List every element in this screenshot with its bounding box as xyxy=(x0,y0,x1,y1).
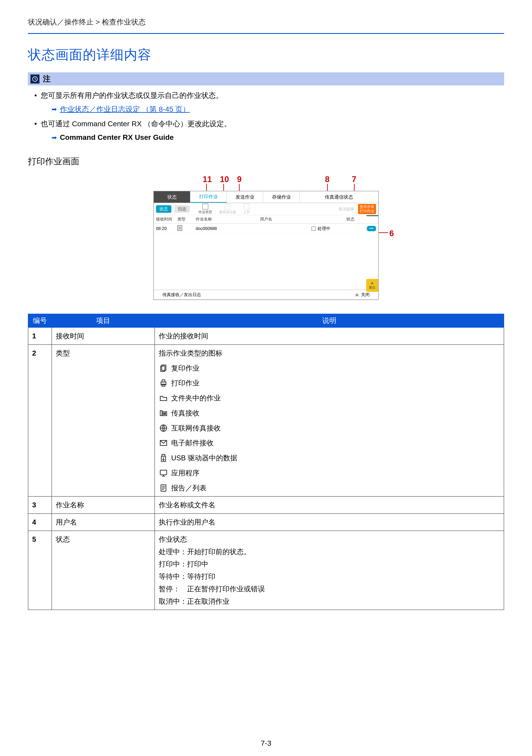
col-status: 状态 xyxy=(312,216,376,222)
cell-item: 类型 xyxy=(52,345,155,497)
cell-item: 状态 xyxy=(52,531,155,610)
job-type-button[interactable]: 作业类型 xyxy=(198,203,212,214)
note-bullet-2: 也可通过 Command Center RX （命令中心）更改此设定。 ➡ Co… xyxy=(34,118,504,144)
page-number: 7-3 xyxy=(0,739,532,747)
high-prio-label: 最高优先级 xyxy=(219,210,236,214)
th-desc: 说明 xyxy=(155,314,504,327)
svg-rect-8 xyxy=(160,411,162,416)
cell-desc: 指示作业类型的图标 复印作业 打印作业 文件夹中的作业 传真接收 互联网传真接收… xyxy=(155,345,504,497)
note-bullet-1-text: 您可显示所有用户的作业状态或仅显示自己的作业状态。 xyxy=(41,91,223,99)
cancel-select-button[interactable]: 取消选择 xyxy=(339,206,354,212)
copy-job-icon xyxy=(159,364,168,373)
cell-num: 4 xyxy=(28,514,52,531)
svg-point-12 xyxy=(164,414,164,415)
close-button[interactable]: 关闭 xyxy=(355,292,369,298)
reset-label: 复位 xyxy=(369,285,375,290)
tab-send-jobs[interactable]: 发送作业 xyxy=(227,191,263,203)
col-receive-time: 接收时间 xyxy=(156,216,177,222)
callout-11: 11 xyxy=(203,175,212,184)
cell-item: 作业名称 xyxy=(52,497,155,514)
tab-store-jobs[interactable]: 存储作业 xyxy=(263,191,300,203)
callout-10: 10 xyxy=(220,175,229,184)
table-row: 4 用户名 执行作业的用户名 xyxy=(28,514,504,531)
callout-6: 6 xyxy=(389,229,394,238)
tab-print-jobs[interactable]: 打印作业 xyxy=(190,191,227,203)
cell-desc: 作业的接收时间 xyxy=(155,327,504,345)
note-bullet-1: 您可显示所有用户的作业状态或仅显示自己的作业状态。 ➡ 作业状态／作业日志设定 … xyxy=(34,89,504,116)
note-box: 注 您可显示所有用户的作业状态或仅显示自己的作业状态。 ➡ 作业状态／作业日志设… xyxy=(28,72,504,144)
report-list-icon xyxy=(159,483,168,493)
callout-7: 7 xyxy=(352,175,356,184)
th-item: 项目 xyxy=(52,314,155,327)
screenshot-wrap: 11 10 9 8 7 1 2 3 4 5 6 状态 打印作业 发送作业 存储作… xyxy=(153,175,379,284)
cell-num: 1 xyxy=(28,327,52,345)
status-chip[interactable]: 状态 xyxy=(156,205,171,213)
note-header: 注 xyxy=(28,72,504,86)
cell-num: 5 xyxy=(28,531,52,610)
cell-desc: 执行作业的用户名 xyxy=(155,514,504,531)
reset-button[interactable]: 复位 xyxy=(366,279,378,292)
section-title: 打印作业画面 xyxy=(28,155,504,167)
usb-data-icon xyxy=(159,453,168,463)
note-label: 注 xyxy=(43,74,51,84)
tab-fax-status[interactable]: 传真通信状态 xyxy=(300,191,378,203)
status-line: 打印中：打印中 xyxy=(159,558,500,570)
icon-label: USB 驱动器中的数据 xyxy=(171,452,237,464)
folder-job-icon xyxy=(159,393,168,403)
svg-rect-9 xyxy=(163,412,167,416)
icon-label: 打印作业 xyxy=(171,377,199,389)
icon-label: 电子邮件接收 xyxy=(171,437,214,449)
cell-num: 3 xyxy=(28,497,52,514)
link-cc-rx-guide[interactable]: Command Center RX User Guide xyxy=(60,131,174,144)
more-button[interactable]: ••• xyxy=(367,226,376,231)
table-row: 1 接收时间 作业的接收时间 xyxy=(28,327,504,345)
cell-num: 2 xyxy=(28,345,52,497)
arrow-icon: ➡ xyxy=(51,104,57,115)
email-receive-icon xyxy=(159,438,168,448)
print-job-icon xyxy=(159,378,168,388)
svg-rect-19 xyxy=(160,470,167,475)
svg-point-11 xyxy=(165,413,165,413)
panel-top-tabs: 状态 打印作业 发送作业 存储作业 传真通信状态 xyxy=(154,191,378,203)
icon-label: 复印作业 xyxy=(171,362,199,374)
checkbox-icon[interactable] xyxy=(312,227,316,231)
cell-item: 用户名 xyxy=(52,514,155,531)
cell-status: 处理中 xyxy=(317,226,330,231)
cell-time: 08:20 xyxy=(156,226,177,231)
divider xyxy=(28,33,504,34)
svg-rect-6 xyxy=(162,380,165,382)
note-bullet-2-text: 也可通过 Command Center RX （命令中心）更改此设定。 xyxy=(41,120,231,128)
icon-label: 互联网传真接收 xyxy=(171,422,221,434)
status-line: 等待中：等待打印 xyxy=(159,570,500,583)
svg-line-2 xyxy=(35,79,36,80)
cell-desc: 作业状态 处理中：开始打印前的状态。 打印中：打印中 等待中：等待打印 暂停： … xyxy=(155,531,504,610)
table-row: 3 作业名称 作业名称或文件名 xyxy=(28,497,504,514)
icon-label: 传真接收 xyxy=(171,407,199,419)
tab-status[interactable]: 状态 xyxy=(154,191,190,203)
status-line: 处理中：开始打印前的状态。 xyxy=(159,546,500,558)
col-type: 类型 xyxy=(177,216,196,222)
move-up-button[interactable]: 上升 xyxy=(243,203,250,214)
th-number: 编号 xyxy=(28,314,52,327)
job-type-label: 作业类型 xyxy=(198,210,212,214)
job-row[interactable]: 08:20 doc000888 处理中 ••• xyxy=(154,224,378,234)
svg-point-10 xyxy=(164,413,164,413)
log-chip[interactable]: 日志 xyxy=(174,205,190,213)
status-line: 取消中：正在取消作业 xyxy=(159,595,500,608)
callout-8: 8 xyxy=(325,175,329,184)
svg-point-13 xyxy=(165,414,165,415)
cell-type xyxy=(177,225,196,232)
panel-footer: 传真接收／发出日志 关闭 xyxy=(154,290,378,299)
panel-column-headers: 接收时间 类型 作业名称 用户名 状态 xyxy=(154,215,378,224)
fax-log-button[interactable]: 传真接收／发出日志 xyxy=(163,292,201,298)
panel-toolbar: 状态 日志 作业类型 最高优先级 上升 取消选择 暂停所有 打印作业 xyxy=(154,203,378,215)
icon-label: 文件夹中的作业 xyxy=(171,392,221,404)
fax-receive-icon xyxy=(159,408,168,418)
breadcrumb: 状况确认／操作终止 > 检查作业状态 xyxy=(28,17,504,27)
page-title: 状态画面的详细内容 xyxy=(28,46,504,64)
col-job-name: 作业名称 xyxy=(196,216,260,222)
link-job-status-log[interactable]: 作业状态／作业日志设定 （第 8-45 页） xyxy=(60,103,190,116)
callout-9: 9 xyxy=(237,175,241,184)
pause-all-button[interactable]: 暂停所有 打印作业 xyxy=(358,204,376,214)
high-priority-button[interactable]: 最高优先级 xyxy=(219,203,236,214)
